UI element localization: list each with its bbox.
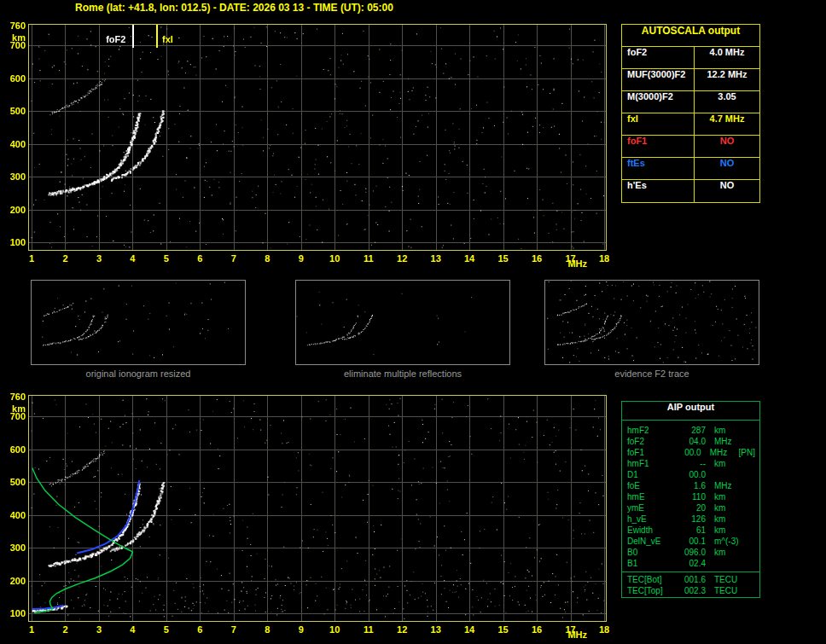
table-row: foF2 4.0 MHz <box>622 47 759 69</box>
param-label: fxI <box>622 113 694 135</box>
thumbnail-multiple-reflections-removed <box>295 280 510 365</box>
param-label: Ewidth <box>627 525 677 536</box>
param-label: B0 <box>627 547 677 558</box>
param-label: ymE <box>627 502 677 513</box>
ionogram-plot: foF2 fxI <box>28 24 607 251</box>
param-value: 3.05 <box>694 91 759 113</box>
x-tick-label: 8 <box>258 624 276 635</box>
foF2-marker-line <box>132 25 134 48</box>
table-row: Ewidth61km <box>622 525 759 536</box>
x-tick-label: 16 <box>527 624 546 635</box>
param-value: 126 <box>677 513 706 525</box>
param-value: 002.3 <box>677 585 706 596</box>
param-unit <box>706 558 745 569</box>
profile-ionogram-plot <box>28 395 607 622</box>
table-row: B102.4 <box>622 558 759 569</box>
param-label: TEC[Top] <box>627 585 677 596</box>
x-tick-label: 2 <box>55 253 74 264</box>
param-value: NO <box>694 158 759 179</box>
param-unit: m^(-3) <box>706 536 745 547</box>
param-value: 4.7 MHz <box>694 113 759 135</box>
x-tick-label: 6 <box>190 253 209 264</box>
table-row: ftEs NO <box>622 158 759 180</box>
y-tick-label: 300 <box>3 171 26 182</box>
table-row: foF100.0MHz[PN] <box>622 447 759 458</box>
table-row: foF1 NO <box>622 136 759 158</box>
autoscala-table-header: AUTOSCALA output <box>622 25 759 47</box>
aip-table-body: hmF2287km foF204.0MHz foF100.0MHz[PN] hm… <box>622 421 759 596</box>
y-axis-unit-label: km <box>3 403 26 414</box>
thumbnail-caption: original ionogram resized <box>31 368 246 379</box>
param-label: hmF1 <box>627 458 677 469</box>
x-axis-unit-label: MHz <box>567 629 586 640</box>
x-tick-label: 1 <box>22 253 41 264</box>
x-tick-label: 11 <box>359 624 378 635</box>
param-label: TEC[Bot] <box>627 574 677 585</box>
param-value: 12.2 MHz <box>694 69 759 90</box>
y-tick-label: 760 <box>3 392 26 402</box>
param-value: 1.6 <box>677 480 706 491</box>
y-tick-label: 500 <box>3 106 26 116</box>
thumbnail-canvas <box>545 281 759 364</box>
x-tick-label: 4 <box>123 624 142 635</box>
param-label: DelN_vE <box>627 536 677 547</box>
thumbnail-caption: evidence F2 trace <box>544 368 759 379</box>
x-tick-label: 6 <box>190 624 209 635</box>
x-tick-label: 15 <box>494 253 513 264</box>
x-tick-label: 10 <box>325 624 344 635</box>
aip-output-table: AIP output hmF2287km foF204.0MHz foF100.… <box>621 401 760 598</box>
param-value: 001.6 <box>677 574 706 585</box>
aip-table-header: AIP output <box>622 402 759 421</box>
table-row: hmF2287km <box>622 425 759 436</box>
x-tick-label: 13 <box>427 253 445 264</box>
param-value: 096.0 <box>677 547 706 558</box>
param-value: 4.0 MHz <box>694 47 759 68</box>
table-row: fxI 4.7 MHz <box>622 113 759 136</box>
param-value: 20 <box>677 502 706 513</box>
param-label: D1 <box>627 469 677 480</box>
x-tick-label: 16 <box>527 253 546 264</box>
thumbnail-evidence-f2-trace <box>544 280 759 365</box>
table-row: D100.0 <box>622 469 759 480</box>
profile-ionogram-canvas <box>29 396 606 621</box>
y-tick-label: 300 <box>3 542 26 553</box>
x-tick-label: 5 <box>157 253 176 264</box>
x-tick-label: 13 <box>427 624 445 635</box>
ionogram-canvas <box>29 25 606 250</box>
param-label: h_vE <box>627 513 677 525</box>
x-tick-label: 3 <box>90 253 108 264</box>
table-row: foE1.6MHz <box>622 480 759 491</box>
table-row: h_vE126km <box>622 513 759 525</box>
param-unit: km <box>706 547 745 558</box>
param-unit: km <box>706 502 745 513</box>
tec-section: TEC[Bot]001.6TECU TEC[Top]002.3TECU <box>622 571 759 596</box>
x-tick-label: 10 <box>325 253 344 264</box>
param-label: hmE <box>627 491 677 502</box>
thumbnail-canvas <box>32 281 245 364</box>
table-row: TEC[Bot]001.6TECU <box>622 574 759 585</box>
param-unit: km <box>706 458 745 469</box>
param-unit: TECU <box>706 574 745 585</box>
x-tick-label: 1 <box>22 624 41 635</box>
table-row: MUF(3000)F2 12.2 MHz <box>622 69 759 91</box>
param-label: MUF(3000)F2 <box>622 69 694 90</box>
x-tick-label: 15 <box>494 624 513 635</box>
autoscala-output-table: AUTOSCALA output foF2 4.0 MHz MUF(3000)F… <box>621 24 760 203</box>
y-tick-label: 400 <box>3 139 26 149</box>
x-tick-label: 14 <box>460 253 479 264</box>
y-tick-label: 760 <box>3 20 26 31</box>
table-row: TEC[Top]002.3TECU <box>622 585 759 596</box>
foF2-marker-label: foF2 <box>106 34 125 44</box>
y-tick-label: 400 <box>3 510 26 520</box>
x-tick-label: 9 <box>292 624 311 635</box>
x-axis-unit-label: MHz <box>567 258 586 269</box>
param-value: NO <box>694 136 759 157</box>
y-tick-label: 100 <box>3 608 26 618</box>
param-note: [PN] <box>739 447 755 458</box>
param-label: h'Es <box>622 180 694 202</box>
param-unit <box>706 469 745 480</box>
param-label: hmF2 <box>627 425 677 436</box>
x-tick-label: 5 <box>157 624 176 635</box>
x-tick-label: 18 <box>595 253 614 264</box>
param-label: foF1 <box>627 447 674 458</box>
